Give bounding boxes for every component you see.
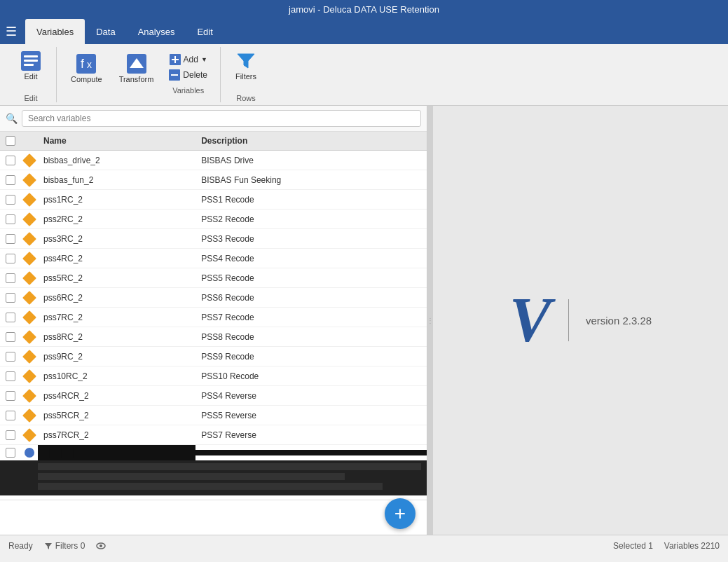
header-name: Name — [38, 132, 195, 150]
row-name: pss4RC_2 — [38, 251, 195, 266]
row-description: PSS1 Recode — [195, 192, 427, 207]
row-checkbox[interactable] — [0, 429, 21, 441]
row-description — [195, 450, 427, 455]
row-type-icon — [21, 293, 38, 303]
table-row[interactable]: pss5RCR_2PSS5 Reverse — [0, 406, 427, 425]
edit-icon — [20, 50, 42, 72]
svg-text:x: x — [87, 59, 92, 70]
row-name: pss9RC_2 — [38, 349, 195, 364]
svg-rect-4 — [76, 54, 96, 74]
row-checkbox[interactable] — [0, 370, 21, 383]
table-row[interactable]: pss3RC_2PSS3 Recode — [0, 229, 427, 249]
svg-rect-3 — [24, 64, 34, 66]
delete-button[interactable]: Delete — [165, 68, 212, 82]
app-title: jamovi - Deluca DATA USE Retention — [289, 4, 439, 15]
row-checkbox[interactable] — [0, 233, 21, 245]
row-type-icon — [21, 273, 38, 283]
compute-button[interactable]: f x Compute — [65, 50, 108, 86]
main-content: 🔍 Name Description bisbas_drive_2BISBAS … — [0, 106, 728, 535]
row-checkbox[interactable] — [0, 292, 21, 304]
tab-edit[interactable]: Edit — [186, 19, 224, 44]
table-row[interactable]: pss7RC_2PSS7 Recode — [0, 308, 427, 327]
row-type-icon — [21, 332, 38, 342]
row-type-icon — [21, 411, 38, 420]
row-name: pss6RC_2 — [38, 290, 195, 306]
filters-button[interactable]: Filters — [229, 47, 263, 83]
table-row[interactable]: ████████████ — [0, 445, 427, 496]
row-checkbox[interactable] — [0, 390, 21, 402]
row-expanded-content — [0, 460, 427, 495]
row-checkbox[interactable] — [0, 350, 21, 363]
status-bar: Ready Filters 0 Selected 1 Variables 221… — [0, 535, 728, 556]
row-checkbox[interactable] — [0, 154, 21, 167]
header-description: Description — [195, 132, 427, 150]
row-name: pss1RC_2 — [38, 192, 195, 207]
table-row[interactable]: bisbas_fun_2BISBAS Fun Seeking — [0, 170, 427, 190]
search-input[interactable] — [22, 110, 421, 127]
table-row[interactable]: pss5RC_2PSS5 Recode — [0, 268, 427, 288]
table-row[interactable]: pss9RC_2PSS9 Recode — [0, 347, 427, 366]
delete-icon — [169, 69, 180, 81]
row-checkbox[interactable] — [0, 409, 21, 422]
row-name: pss2RC_2 — [38, 212, 195, 227]
status-selected: Selected 1 — [613, 541, 653, 551]
row-name: pss10RC_2 — [38, 369, 195, 384]
table-row[interactable]: pss4RC_2PSS4 Recode — [0, 249, 427, 268]
row-type-icon — [21, 313, 38, 322]
table-row[interactable]: bisbas_drive_2BISBAS Drive — [0, 151, 427, 170]
row-name: ████████████ — [38, 445, 195, 460]
add-variable-fab[interactable]: + — [385, 498, 415, 529]
table-header: Name Description — [0, 132, 427, 151]
search-icon: 🔍 — [6, 113, 18, 124]
header-checkbox — [0, 132, 21, 150]
table-row[interactable]: pss2RC_2PSS2 Recode — [0, 210, 427, 229]
row-name: pss7RC_2 — [38, 310, 195, 325]
tab-data[interactable]: Data — [85, 19, 126, 44]
row-name: pss7RCR_2 — [38, 427, 195, 443]
add-icon — [170, 54, 181, 65]
toolbar-filters-group: Filters Rows — [221, 47, 271, 102]
select-all-checkbox[interactable] — [6, 136, 15, 146]
table-row[interactable]: pss7RCR_2PSS7 Reverse — [0, 425, 427, 445]
status-eye — [96, 542, 106, 549]
row-description: PSS9 Recode — [195, 349, 427, 364]
table-row[interactable]: pss8RC_2PSS8 Recode — [0, 327, 427, 347]
row-checkbox[interactable] — [0, 311, 21, 324]
row-checkbox[interactable] — [0, 174, 21, 186]
variables-table: Name Description bisbas_drive_2BISBAS Dr… — [0, 132, 427, 500]
table-row[interactable]: pss4RCR_2PSS4 Reverse — [0, 386, 427, 406]
table-row[interactable]: pss10RC_2PSS10 Recode — [0, 366, 427, 386]
row-checkbox[interactable] — [0, 331, 21, 343]
resize-handle[interactable]: ⋮ — [427, 106, 433, 535]
row-checkbox[interactable] — [0, 193, 21, 206]
row-description: PSS4 Reverse — [195, 388, 427, 404]
fab-area: + — [0, 500, 427, 535]
row-checkbox[interactable] — [0, 272, 21, 285]
add-button[interactable]: Add ▼ — [165, 53, 212, 67]
row-type-icon — [21, 156, 38, 165]
row-description: PSS5 Reverse — [195, 408, 427, 423]
svg-rect-2 — [24, 60, 38, 62]
transform-button[interactable]: Transform — [114, 50, 160, 86]
hamburger-button[interactable]: ☰ — [6, 25, 17, 38]
row-name: pss8RC_2 — [38, 329, 195, 345]
row-description: BISBAS Fun Seeking — [195, 172, 427, 188]
row-description: PSS4 Recode — [195, 251, 427, 266]
svg-marker-13 — [45, 543, 52, 549]
row-name: pss5RC_2 — [38, 270, 195, 286]
header-icon-col — [21, 132, 38, 150]
tab-variables[interactable]: Variables — [25, 19, 85, 44]
row-type-icon — [21, 371, 38, 381]
row-checkbox[interactable] — [0, 252, 21, 265]
tab-bar: ☰ Variables Data Analyses Edit — [0, 19, 728, 44]
row-checkbox[interactable] — [0, 446, 21, 459]
row-checkbox[interactable] — [0, 213, 21, 226]
table-row[interactable]: pss6RC_2PSS6 Recode — [0, 288, 427, 308]
svg-marker-12 — [238, 54, 254, 68]
edit-button[interactable]: Edit — [14, 47, 48, 83]
table-row[interactable]: pss1RC_2PSS1 Recode — [0, 190, 427, 210]
tab-analyses[interactable]: Analyses — [127, 19, 186, 44]
row-type-icon — [21, 234, 38, 244]
row-description: PSS7 Recode — [195, 310, 427, 325]
row-type-icon — [21, 214, 38, 224]
